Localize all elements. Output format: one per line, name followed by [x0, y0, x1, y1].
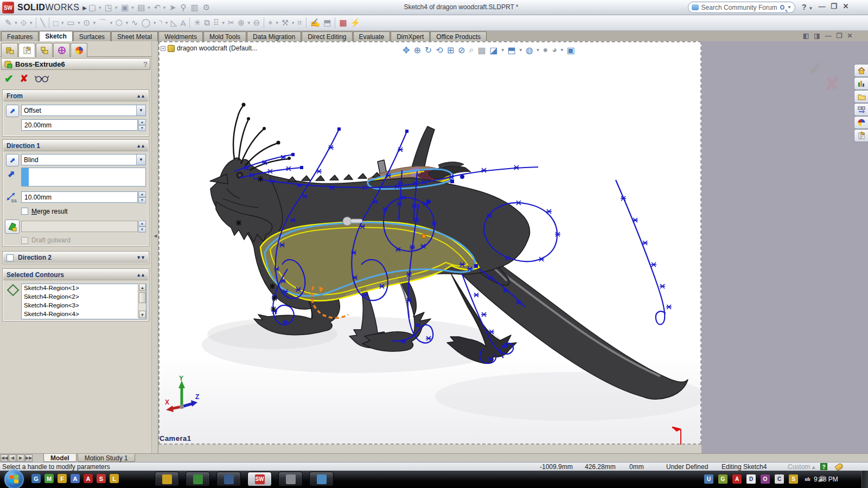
undo-icon[interactable]: ↶	[152, 3, 162, 12]
direction2-checkbox[interactable]	[7, 254, 14, 261]
flash-app[interactable]	[155, 472, 179, 486]
menu-flyout-arrow[interactable]: ▶	[82, 5, 87, 11]
arc-icon[interactable]: ⌒	[97, 18, 108, 28]
reverse-direction-button[interactable]: ⬈	[6, 154, 19, 166]
open-icon[interactable]: ◳	[103, 3, 114, 12]
solidworks-icon[interactable]: S	[97, 474, 106, 483]
scene-icon[interactable]: ◕	[551, 45, 558, 55]
tab-mold-tools[interactable]: Mold Tools	[203, 31, 246, 41]
end-condition-combo[interactable]: Blind ▼	[21, 154, 146, 165]
tab-surfaces[interactable]: Surfaces	[73, 31, 111, 41]
rectangle-icon[interactable]: □	[52, 18, 60, 28]
rapid-sketch-icon[interactable]: ✍	[309, 18, 322, 28]
tab-data-migration[interactable]: Data Migration	[247, 31, 301, 41]
dimxpertmanager-tab[interactable]	[53, 43, 70, 57]
sketch-icon[interactable]: ✎	[3, 18, 14, 28]
help-button[interactable]: ?▼	[802, 3, 813, 11]
options-icon[interactable]: ⚙	[201, 3, 212, 12]
camera-icon[interactable]: ▣	[566, 45, 576, 55]
tab-motion-study-1[interactable]: Motion Study 1	[78, 454, 135, 462]
pin-icon[interactable]: ⚲	[179, 3, 188, 12]
appearance-icon[interactable]: ●	[542, 45, 550, 55]
tile-left-icon[interactable]: ◧	[803, 32, 809, 40]
offset-spinner[interactable]: ▲▼	[138, 119, 146, 131]
scroll-down-icon[interactable]: ▼	[139, 311, 146, 318]
pattern-icon[interactable]: ⠿	[212, 18, 221, 28]
contour-list-item[interactable]: Sketch4-Region<4>	[22, 310, 146, 319]
disc-icon[interactable]: D	[746, 474, 756, 484]
propertymanager-tab[interactable]	[18, 43, 35, 57]
tag-icon[interactable]	[834, 463, 844, 471]
doc-restore-icon[interactable]: ❐	[837, 32, 843, 40]
folder-icon[interactable]	[854, 90, 868, 103]
combo-dropdown-icon[interactable]: ▼	[136, 105, 145, 115]
merge-result-label[interactable]: Merge result	[31, 208, 68, 215]
rotate-view-icon[interactable]: ↻	[424, 45, 433, 55]
autocad-icon[interactable]: A	[71, 474, 80, 483]
web-icon[interactable]	[854, 116, 868, 129]
design-library-icon[interactable]	[854, 103, 868, 116]
tab-weldments[interactable]: Weldments	[158, 31, 203, 41]
contour-list-item[interactable]: Sketch4-Region<3>	[22, 301, 146, 310]
book-icon[interactable]: ▥	[189, 3, 200, 12]
tab-features[interactable]: Features	[1, 31, 39, 41]
circle-icon[interactable]: ⊙	[81, 18, 92, 28]
section-view-icon[interactable]: ◪	[489, 45, 499, 55]
start-button[interactable]	[4, 470, 24, 488]
units-dropdown[interactable]: Custom ▴	[788, 463, 815, 471]
smart-dimension-icon[interactable]: ⟐	[19, 18, 29, 28]
dragon-model[interactable]	[158, 41, 701, 445]
shadow-icon[interactable]: ▩	[476, 45, 487, 55]
preview-glasses-icon[interactable]	[35, 74, 49, 83]
polygon-icon[interactable]: ⬡	[114, 18, 124, 28]
user-icon[interactable]: U	[704, 474, 713, 484]
search-dropdown-icon[interactable]: ▼	[787, 5, 792, 10]
msn-icon[interactable]: M	[44, 474, 54, 483]
repair-icon[interactable]: ⚒	[280, 18, 290, 28]
new-icon[interactable]: ▢	[87, 3, 98, 12]
from-group-header[interactable]: From ▲▲	[3, 91, 148, 101]
offset-distance-field[interactable]: 20.00mm	[21, 119, 138, 131]
previous-view-icon[interactable]: ⟲	[435, 45, 444, 55]
doc-minimize-icon[interactable]: —	[825, 32, 832, 40]
collapse-chevron-icon[interactable]: ▲▲	[136, 272, 145, 278]
home-icon[interactable]	[854, 64, 868, 77]
tab-sheet-metal[interactable]: Sheet Metal	[111, 31, 158, 41]
quick-snaps-icon[interactable]: ⌗	[296, 18, 303, 28]
cancel-button[interactable]: ✘	[20, 73, 28, 85]
tab-direct-editing[interactable]: Direct Editing	[302, 31, 352, 41]
zoom-fit-icon[interactable]: ⊕	[412, 45, 422, 55]
panel-splitter[interactable]: ◄	[151, 41, 158, 453]
contours-scrollbar[interactable]: ▲ ▼	[138, 284, 146, 318]
globe-icon[interactable]: G	[31, 474, 41, 483]
tab-last-icon[interactable]: ▶▶	[25, 454, 33, 462]
depth-field[interactable]: 10.00mm	[21, 191, 138, 203]
line-icon[interactable]: ╲	[39, 18, 47, 28]
ok-button[interactable]: ✔	[4, 72, 14, 85]
avira-icon[interactable]: A	[732, 474, 742, 484]
direction1-group-header[interactable]: Direction 1 ▲▲	[3, 140, 148, 151]
slot-icon[interactable]: ▭	[65, 18, 76, 28]
contour-list-item[interactable]: Sketch4-Region<2>	[22, 293, 146, 301]
mirror-icon[interactable]: ⧉	[202, 18, 212, 28]
tab-dimxpert[interactable]: DimXpert	[391, 31, 430, 41]
solidworks-app[interactable]: SW	[247, 472, 272, 486]
graphics-area[interactable]: + dragon woodcraft (Default... ✥⊕↻⟲⊞⊘⌕▩◪…	[158, 41, 701, 445]
combo-dropdown-icon[interactable]: ▼	[136, 155, 145, 165]
displaymanager-tab[interactable]	[71, 43, 87, 57]
collapse-chevron-icon[interactable]: ▲▲	[136, 93, 145, 99]
fillet-icon[interactable]: ◝	[157, 18, 164, 28]
feature-tree-overlay[interactable]: + dragon woodcraft (Default...	[161, 44, 257, 52]
resources-icon[interactable]	[854, 77, 868, 90]
chamfer-icon[interactable]: ◺	[169, 18, 179, 28]
document-icon[interactable]	[854, 129, 868, 142]
minimize-button[interactable]: —	[817, 2, 827, 10]
draft-button[interactable]	[5, 220, 20, 234]
contours-listbox[interactable]: Sketch4-Region<1>Sketch4-Region<2>Sketch…	[21, 284, 146, 319]
depth-spinner[interactable]: ▲▼	[138, 191, 146, 203]
print-icon[interactable]: ▤	[136, 3, 146, 12]
fish-icon[interactable]: F	[58, 474, 67, 483]
tab-prev-icon[interactable]: ◀	[9, 454, 16, 462]
grid-icon[interactable]: G	[718, 474, 727, 484]
configurationmanager-tab[interactable]	[36, 43, 53, 57]
